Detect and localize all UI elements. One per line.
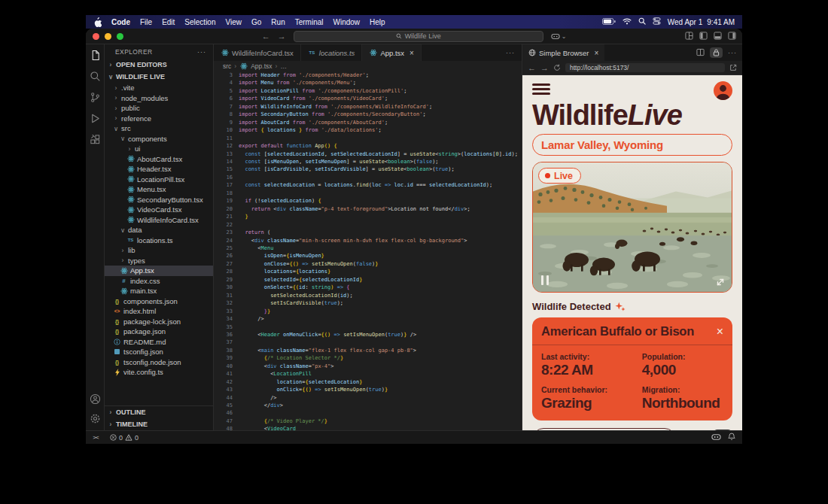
command-center-search[interactable]: Wildlife Live: [294, 31, 543, 42]
tree-item-videocard-tsx[interactable]: VideoCard.tsx: [105, 205, 213, 215]
account-icon[interactable]: [90, 393, 101, 405]
tree-item-wildlifeinfocard-tsx[interactable]: WildlifeInfoCard.tsx: [105, 215, 213, 226]
tree-item-components-json[interactable]: {}components.json: [105, 296, 213, 307]
tree-item-package-lock-json[interactable]: {}package-lock.json: [105, 317, 213, 327]
settings-gear-icon[interactable]: [90, 413, 101, 424]
hamburger-menu-icon[interactable]: [532, 81, 550, 95]
breadcrumb-item-[interactable]: …: [280, 62, 287, 70]
explorer-more-actions-icon[interactable]: ···: [197, 48, 206, 56]
tree-item-tsconfig-node-json[interactable]: {}tsconfig.node.json: [105, 357, 213, 368]
menu-code[interactable]: Code: [111, 18, 130, 26]
wifi-icon[interactable]: [623, 18, 632, 26]
tree-item-main-tsx[interactable]: main.tsx: [105, 286, 213, 296]
floating-widget-button[interactable]: [713, 430, 732, 430]
toggle-panel-icon[interactable]: [714, 29, 722, 43]
menu-selection[interactable]: Selection: [184, 18, 215, 26]
fullscreen-expand-icon[interactable]: [715, 277, 726, 287]
location-pill[interactable]: Lamar Valley, Wyoming: [532, 134, 732, 156]
tree-item-locations-ts[interactable]: TSlocations.ts: [105, 235, 213, 246]
code-editor[interactable]: 3import Header from './components/Header…: [214, 71, 522, 430]
tree-item-types[interactable]: ›types: [105, 256, 213, 266]
tab-locations-ts[interactable]: TSlocations.ts: [301, 44, 363, 61]
tree-item-readme-md[interactable]: README.md: [105, 337, 213, 348]
close-tab-icon[interactable]: ×: [595, 49, 599, 57]
problems-indicator[interactable]: 0 0: [110, 434, 139, 442]
lock-icon[interactable]: [710, 47, 723, 58]
timeline-section[interactable]: › TIMELINE: [105, 418, 213, 430]
tab-wildlifeinfocard-tsx[interactable]: WildlifeInfoCard.tsx: [214, 44, 301, 61]
browser-back-button[interactable]: ←: [528, 64, 536, 72]
run-debug-icon[interactable]: [90, 113, 101, 124]
search-icon[interactable]: [90, 71, 101, 82]
notifications-bell-icon[interactable]: [728, 433, 735, 442]
toggle-primary-sidebar-icon[interactable]: [699, 29, 708, 43]
browser-more-actions-icon[interactable]: ···: [728, 49, 737, 56]
tree-item-reference[interactable]: ›reference: [105, 114, 213, 124]
split-editor-icon[interactable]: [696, 46, 705, 59]
explorer-icon[interactable]: [90, 50, 101, 61]
chevron-down-icon: ∨: [108, 73, 114, 80]
browser-forward-button[interactable]: →: [540, 64, 549, 72]
close-tab-icon[interactable]: ×: [409, 49, 414, 57]
open-external-icon[interactable]: [729, 61, 737, 74]
tree-item-aboutcard-tsx[interactable]: AboutCard.tsx: [105, 154, 213, 165]
editor-more-actions-icon[interactable]: ···: [506, 49, 522, 56]
menu-help[interactable]: Help: [370, 18, 385, 26]
copilot-menu-button[interactable]: ⌄: [551, 33, 567, 40]
tree-item-tsconfig-json[interactable]: tsconfig.json: [105, 347, 213, 357]
menu-terminal[interactable]: Terminal: [295, 18, 324, 26]
workspace-root-section[interactable]: ∨ WILDLIFE LIVE: [105, 71, 213, 83]
breadcrumb-item-src[interactable]: src: [223, 62, 231, 70]
menu-file[interactable]: File: [140, 18, 152, 26]
url-input[interactable]: http://localhost:5173/: [565, 63, 725, 72]
tree-item-vite-config-ts[interactable]: vite.config.ts: [105, 367, 213, 378]
secondary-species-pill[interactable]: Western Meadowlark +: [532, 428, 676, 430]
spotlight-search-icon[interactable]: [638, 17, 646, 26]
extensions-icon[interactable]: [90, 134, 101, 145]
customize-layout-icon[interactable]: [685, 29, 693, 43]
menu-view[interactable]: View: [226, 18, 242, 26]
control-center-icon[interactable]: [653, 17, 661, 26]
reload-icon[interactable]: [553, 61, 561, 74]
avatar[interactable]: [714, 81, 732, 100]
tree-item-header-tsx[interactable]: Header.tsx: [105, 164, 213, 175]
source-control-icon[interactable]: [90, 92, 101, 103]
toggle-secondary-sidebar-icon[interactable]: [728, 29, 736, 43]
tree-item-node-modules[interactable]: ›node_modules: [105, 93, 213, 104]
history-back-button[interactable]: ←: [262, 32, 270, 41]
tree-item-secondarybutton-tsx[interactable]: SecondaryButton.tsx: [105, 195, 213, 205]
menu-window[interactable]: Window: [333, 18, 361, 26]
tree-item-data[interactable]: ∨data: [105, 225, 213, 235]
copilot-status-icon[interactable]: [711, 433, 721, 442]
tree-item-public[interactable]: ›public: [105, 103, 213, 114]
apple-menu-icon[interactable]: [93, 17, 102, 27]
tree-item-src[interactable]: ∨src: [105, 123, 213, 134]
menu-run[interactable]: Run: [271, 18, 285, 26]
close-card-icon[interactable]: ×: [717, 326, 723, 338]
tree-item-lib[interactable]: ›lib: [105, 245, 213, 256]
breadcrumb[interactable]: src›App.tsx›…: [214, 61, 522, 71]
menu-go[interactable]: Go: [251, 18, 261, 26]
tab-simple-browser[interactable]: Simple Browser ×: [522, 44, 604, 61]
live-video-card[interactable]: Live: [532, 162, 732, 293]
tree-item-menu-tsx[interactable]: Menu.tsx: [105, 184, 213, 195]
menu-edit[interactable]: Edit: [162, 18, 175, 26]
stat-value: 4,000: [642, 362, 723, 378]
tree-item-app-tsx[interactable]: App.tsx: [105, 266, 213, 276]
history-forward-button[interactable]: →: [278, 32, 286, 41]
tree-item-components[interactable]: ∨components: [105, 134, 213, 144]
tree-item-package-json[interactable]: {}package.json: [105, 326, 213, 337]
tree-item-vite[interactable]: ›.vite: [105, 83, 213, 93]
pause-button[interactable]: [541, 275, 549, 285]
code-line: 10import { locations } from './data/loca…: [214, 126, 522, 134]
battery-icon: [602, 18, 616, 26]
remote-indicator-icon[interactable]: ><: [86, 434, 105, 441]
tab-app-tsx[interactable]: App.tsx×: [362, 44, 422, 61]
open-editors-section[interactable]: › OPEN EDITORS: [105, 59, 213, 71]
outline-section[interactable]: › OUTLINE: [105, 406, 213, 418]
tree-item-locationpill-tsx[interactable]: LocationPill.tsx: [105, 175, 213, 185]
tree-item-index-html[interactable]: <>index.html: [105, 306, 213, 317]
breadcrumb-item-app-tsx[interactable]: App.tsx: [251, 62, 272, 70]
tree-item-ui[interactable]: ›ui: [105, 144, 213, 154]
tree-item-index-css[interactable]: #index.css: [105, 276, 213, 287]
